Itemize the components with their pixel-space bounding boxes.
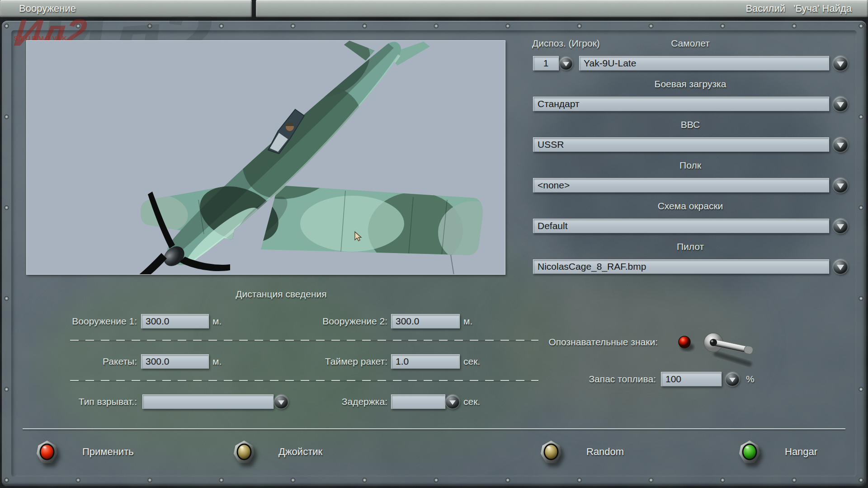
airforce-field[interactable] xyxy=(533,137,829,152)
pilot-field[interactable] xyxy=(533,259,829,274)
fuze-type-field[interactable] xyxy=(142,394,274,409)
apply-button-label[interactable]: Применить xyxy=(82,441,134,463)
delay-dropdown-button[interactable] xyxy=(446,395,459,408)
weapon1-unit: м. xyxy=(212,314,222,328)
player-name: Василий 'Буча' Найда xyxy=(745,0,852,17)
tab-armament-label: Вооружение xyxy=(19,0,76,17)
fuel-label: Запас топлива: xyxy=(520,372,656,386)
fuze-type-label: Тип взрыват.: xyxy=(28,394,137,409)
random-button-label[interactable]: Random xyxy=(586,441,624,463)
airforce-label: ВВС xyxy=(533,118,848,131)
weapon2-label: Вооружение 2: xyxy=(279,314,387,328)
rocket-timer-field[interactable] xyxy=(391,354,460,369)
background-mottle xyxy=(531,57,839,292)
fuel-unit: % xyxy=(746,372,755,386)
pilot-dropdown-button[interactable] xyxy=(833,259,848,274)
hangar-button[interactable] xyxy=(739,441,760,463)
delay-field[interactable] xyxy=(391,394,445,409)
convergence-title: Дистанция сведения xyxy=(191,288,372,300)
rockets-label: Ракеты: xyxy=(28,354,137,369)
weapon1-field[interactable] xyxy=(141,314,209,328)
regiment-label: Полк xyxy=(533,159,848,172)
dashed-divider xyxy=(70,340,538,341)
paint-scheme-field[interactable] xyxy=(533,219,829,233)
delay-label: Задержка: xyxy=(279,394,387,409)
paint-scheme-dropdown-button[interactable] xyxy=(833,219,848,233)
pilot-label: Пилот xyxy=(533,240,848,253)
hangar-button-jewel xyxy=(742,444,757,460)
toggle-pivot-glint xyxy=(711,340,713,343)
aircraft-field[interactable] xyxy=(579,56,829,70)
markings-toggle[interactable] xyxy=(673,326,763,369)
hangar-button-label[interactable]: Hangar xyxy=(785,441,817,463)
aircraft-dropdown-button[interactable] xyxy=(833,56,848,70)
markings-indicator-light xyxy=(679,336,690,348)
random-button[interactable] xyxy=(541,441,561,463)
rocket-timer-unit: сек. xyxy=(463,354,480,369)
weapon1-label: Вооружение 1: xyxy=(28,314,137,328)
aircraft-preview xyxy=(26,40,505,275)
joystick-button-label[interactable]: Джойстик xyxy=(278,441,322,463)
slot-field[interactable] xyxy=(533,56,559,70)
apply-button-jewel xyxy=(40,444,55,460)
rockets-field[interactable] xyxy=(141,354,209,369)
dashed-divider xyxy=(70,380,538,381)
weapon2-unit: м. xyxy=(463,314,472,328)
aircraft-label: Самолет xyxy=(533,37,848,50)
slot-dropdown-button[interactable] xyxy=(560,57,572,70)
tab-armament[interactable]: Вооружение xyxy=(0,0,252,17)
regiment-dropdown-button[interactable] xyxy=(833,178,848,192)
random-button-jewel xyxy=(544,444,559,460)
toggle-pivot xyxy=(710,339,717,346)
titlebar-right: Василий 'Буча' Найда xyxy=(256,0,868,17)
airforce-dropdown-button[interactable] xyxy=(833,137,848,152)
weapon2-field[interactable] xyxy=(391,314,460,328)
joystick-button-jewel xyxy=(237,444,252,460)
fuel-field[interactable] xyxy=(661,372,722,386)
aircraft-render xyxy=(27,41,505,274)
loadout-field[interactable] xyxy=(533,97,829,111)
apply-button[interactable] xyxy=(37,441,57,463)
loadout-label: Боевая загрузка xyxy=(533,78,848,90)
rockets-unit: м. xyxy=(212,354,222,369)
joystick-button[interactable] xyxy=(234,441,255,463)
bottom-separator xyxy=(23,428,845,429)
paint-scheme-label: Схема окраски xyxy=(533,200,848,212)
delay-unit: сек. xyxy=(463,394,480,409)
fuel-dropdown-button[interactable] xyxy=(726,372,739,386)
rocket-timer-label: Таймер ракет: xyxy=(279,354,387,369)
markings-label: Опознавательные знаки: xyxy=(477,335,658,349)
regiment-field[interactable] xyxy=(533,178,829,192)
loadout-dropdown-button[interactable] xyxy=(833,97,848,111)
arming-screen: Вооружение Василий 'Буча' Найда Ил2 Ил2 … xyxy=(0,0,868,488)
